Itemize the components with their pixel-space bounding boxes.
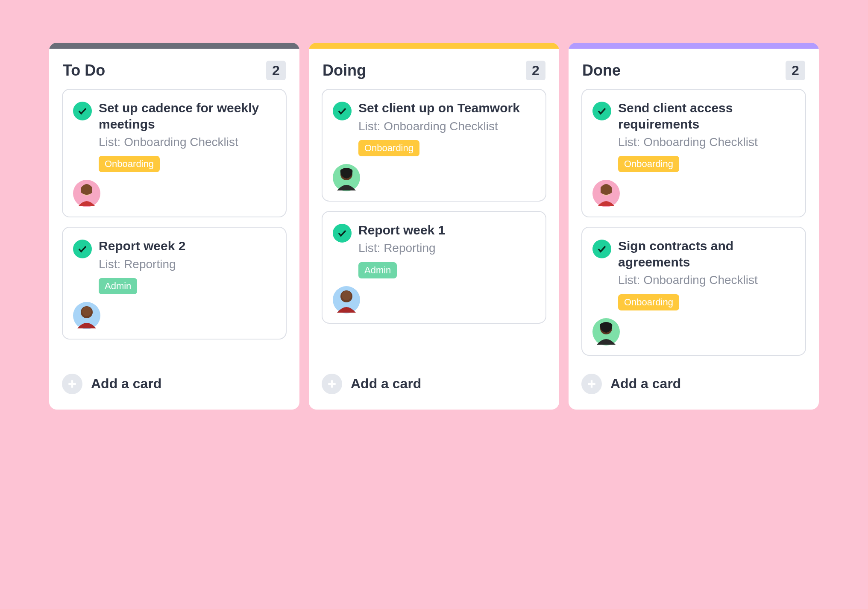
column-title: Done: [582, 61, 621, 79]
check-icon[interactable]: [592, 240, 611, 258]
card-title: Sign contracts and agreements: [618, 238, 795, 270]
column-count-badge: 2: [266, 61, 286, 80]
add-card-button[interactable]: Add a card: [569, 356, 819, 410]
column-done: Done 2 Send client access requirements L…: [569, 43, 819, 410]
card-tag: Admin: [99, 278, 137, 294]
card-list-label: List: Onboarding Checklist: [618, 272, 795, 288]
add-card-button[interactable]: Add a card: [309, 356, 559, 410]
card[interactable]: Sign contracts and agreements List: Onbo…: [581, 227, 806, 355]
card-body: Sign contracts and agreements List: Onbo…: [618, 238, 795, 345]
card-title: Report week 1: [358, 222, 535, 238]
card-list-label: List: Reporting: [358, 240, 535, 256]
column-header: Done 2: [569, 49, 819, 89]
card-tag: Onboarding: [618, 294, 679, 310]
plus-icon: [581, 374, 602, 394]
card[interactable]: Report week 1 List: Reporting Admin: [322, 211, 546, 324]
svg-point-11: [342, 291, 351, 300]
card-tag: Onboarding: [618, 156, 679, 172]
card[interactable]: Report week 2 List: Reporting Admin: [62, 227, 287, 340]
check-icon[interactable]: [73, 102, 92, 120]
card-tag: Onboarding: [99, 156, 160, 172]
card-title: Report week 2: [99, 238, 276, 254]
avatar[interactable]: [73, 180, 100, 207]
card-list-container: Send client access requirements List: On…: [569, 89, 819, 356]
add-card-label: Add a card: [351, 376, 421, 392]
column-doing: Doing 2 Set client up on Teamwork List: …: [309, 43, 559, 410]
column-stripe: [309, 43, 559, 49]
check-icon[interactable]: [592, 102, 611, 120]
column-count-badge: 2: [786, 61, 805, 80]
card[interactable]: Send client access requirements List: On…: [581, 89, 806, 217]
add-card-button[interactable]: Add a card: [49, 356, 299, 410]
plus-icon: [62, 374, 82, 394]
avatar[interactable]: [592, 180, 620, 207]
column-header: Doing 2: [309, 49, 559, 89]
card-list-label: List: Onboarding Checklist: [618, 135, 795, 150]
card-list-label: List: Reporting: [99, 257, 276, 272]
check-icon[interactable]: [333, 224, 352, 243]
column-count-badge: 2: [526, 61, 545, 80]
avatar[interactable]: [73, 302, 100, 329]
card-body: Set up cadence for weekly meetings List:…: [99, 100, 276, 207]
card[interactable]: Set up cadence for weekly meetings List:…: [62, 89, 287, 217]
card-list-container: Set client up on Teamwork List: Onboardi…: [309, 89, 559, 324]
card-title: Send client access requirements: [618, 100, 795, 132]
add-card-label: Add a card: [610, 376, 681, 392]
avatar[interactable]: [333, 164, 360, 191]
card-list-label: List: Onboarding Checklist: [99, 135, 276, 150]
card-tag: Admin: [358, 262, 397, 278]
column-stripe: [49, 43, 299, 49]
column-todo: To Do 2 Set up cadence for weekly meetin…: [49, 43, 299, 410]
check-icon[interactable]: [73, 240, 92, 258]
column-header: To Do 2: [49, 49, 299, 89]
svg-point-4: [82, 307, 91, 316]
check-icon[interactable]: [333, 102, 352, 120]
kanban-board: To Do 2 Set up cadence for weekly meetin…: [49, 43, 819, 410]
card-title: Set up cadence for weekly meetings: [99, 100, 276, 132]
avatar[interactable]: [333, 286, 360, 313]
card-body: Report week 1 List: Reporting Admin: [358, 222, 535, 313]
card-tag: Onboarding: [358, 140, 419, 156]
column-title: Doing: [323, 61, 366, 79]
avatar[interactable]: [592, 318, 620, 345]
card-body: Report week 2 List: Reporting Admin: [99, 238, 276, 329]
card-title: Set client up on Teamwork: [358, 100, 535, 116]
plus-icon: [322, 374, 342, 394]
card-list-container: Set up cadence for weekly meetings List:…: [49, 89, 299, 340]
column-stripe: [569, 43, 819, 49]
column-title: To Do: [63, 61, 105, 79]
card-body: Set client up on Teamwork List: Onboardi…: [358, 100, 535, 191]
add-card-label: Add a card: [91, 376, 161, 392]
card-list-label: List: Onboarding Checklist: [358, 119, 535, 134]
card-body: Send client access requirements List: On…: [618, 100, 795, 207]
card[interactable]: Set client up on Teamwork List: Onboardi…: [322, 89, 546, 202]
